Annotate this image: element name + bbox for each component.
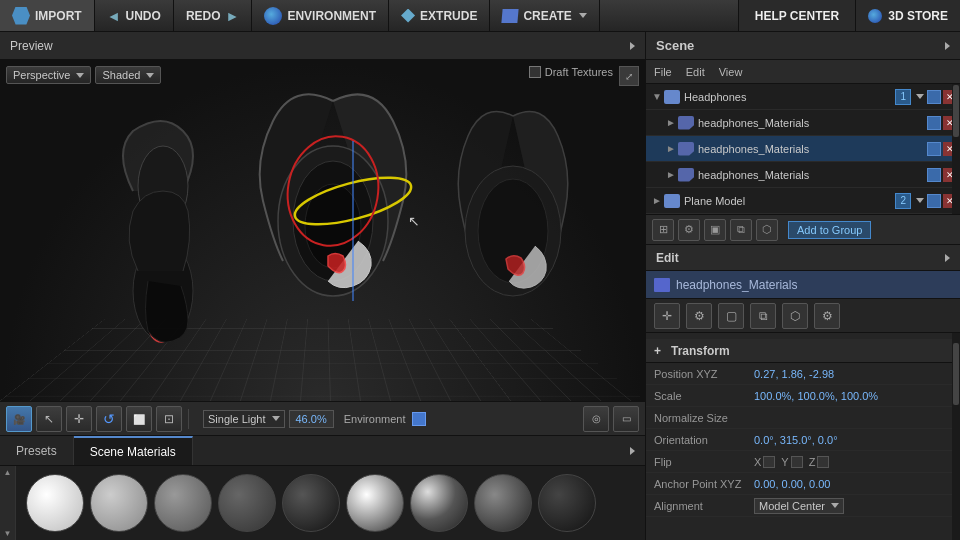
tree-arrow-mat2[interactable]: ► xyxy=(666,143,678,154)
material-sphere-darkgray[interactable] xyxy=(218,474,276,532)
redo-button[interactable]: REDO ► xyxy=(174,0,253,31)
material-sphere-9[interactable] xyxy=(538,474,596,532)
crop-icon xyxy=(164,412,174,426)
edit-expand-button[interactable] xyxy=(945,251,950,265)
scene-tool-frame[interactable]: ▣ xyxy=(704,219,726,241)
scene-tool-gear[interactable]: ⚙ xyxy=(678,219,700,241)
edit-tool-move[interactable]: ✛ xyxy=(654,303,680,329)
material-sphere-gray[interactable] xyxy=(154,474,212,532)
edit-tool-square[interactable]: ▢ xyxy=(718,303,744,329)
layers-icon: ⧉ xyxy=(737,223,745,236)
light-select[interactable]: Single Light xyxy=(203,410,285,428)
flip-z-button[interactable]: Z xyxy=(809,456,830,468)
prop-row-scale: Scale 100.0%, 100.0%, 100.0% xyxy=(646,385,960,407)
tree-vis-mat3[interactable] xyxy=(927,168,941,182)
scene-tool-shape[interactable]: ⬡ xyxy=(756,219,778,241)
scene-expand-button[interactable] xyxy=(945,39,950,53)
material-sphere-8[interactable] xyxy=(474,474,532,532)
help-center-button[interactable]: HELP CENTER xyxy=(738,0,855,31)
refresh-button[interactable] xyxy=(96,406,122,432)
scene-menu-file[interactable]: File xyxy=(654,66,672,78)
undo-icon: ◄ xyxy=(107,8,121,24)
create-dropdown-arrow xyxy=(579,13,587,18)
position-value[interactable]: 0.27, 1.86, -2.98 xyxy=(754,368,834,380)
flip-y-checkbox[interactable] xyxy=(791,456,803,468)
tree-row-mat3[interactable]: ► headphones_Materials ✕ xyxy=(646,162,960,188)
scene-tool-add[interactable]: ⊞ xyxy=(652,219,674,241)
orientation-value[interactable]: 0.0°, 315.0°, 0.0° xyxy=(754,434,838,446)
tree-row-headphones[interactable]: ▼ Headphones 1 ✕ xyxy=(646,84,960,110)
properties-scrollbar[interactable] xyxy=(952,333,960,540)
scene-menu-view[interactable]: View xyxy=(719,66,743,78)
scene-materials-tab[interactable]: Scene Materials xyxy=(74,436,193,465)
flip-x-checkbox[interactable] xyxy=(763,456,775,468)
tree-arrow-mat1[interactable]: ► xyxy=(666,117,678,128)
presets-tab[interactable]: Presets xyxy=(0,436,74,465)
frame-button[interactable] xyxy=(126,406,152,432)
mat-icon-1 xyxy=(678,116,694,130)
screenshot-button[interactable]: ▭ xyxy=(613,406,639,432)
add-to-group-button[interactable]: Add to Group xyxy=(788,221,871,239)
env-checkbox[interactable] xyxy=(412,412,426,426)
scroll-down-icon: ▼ xyxy=(4,529,12,538)
edit-tool-shape2[interactable]: ⬡ xyxy=(782,303,808,329)
scene-menu-edit[interactable]: Edit xyxy=(686,66,705,78)
scene-panel-header: Scene xyxy=(646,32,960,60)
environment-button[interactable]: ENVIRONMENT xyxy=(252,0,389,31)
camera-button[interactable] xyxy=(6,406,32,432)
tree-vis-plane[interactable] xyxy=(927,194,941,208)
scale-value[interactable]: 100.0%, 100.0%, 100.0% xyxy=(754,390,878,402)
viewport[interactable]: ↖ xyxy=(0,60,645,401)
bottom-tabs-expand[interactable] xyxy=(620,444,645,458)
tree-arrow-mat3[interactable]: ► xyxy=(666,169,678,180)
undo-button[interactable]: ◄ UNDO xyxy=(95,0,174,31)
transform-header: + Transform xyxy=(646,339,960,363)
env-label: Environment xyxy=(344,413,406,425)
bottom-scroll-bar[interactable]: ▲ ▼ xyxy=(0,466,16,540)
edit-tool-settings[interactable]: ⚙ xyxy=(814,303,840,329)
material-sphere-lightgray[interactable] xyxy=(90,474,148,532)
perspective-dropdown[interactable]: Perspective xyxy=(6,66,91,84)
material-sphere-shiny[interactable] xyxy=(346,474,404,532)
alignment-dropdown[interactable]: Model Center xyxy=(754,498,844,514)
shaded-dropdown[interactable]: Shaded xyxy=(95,66,161,84)
gear2-icon: ⚙ xyxy=(694,309,705,323)
normalize-label: Normalize Size xyxy=(654,412,754,424)
edit-panel-header: Edit xyxy=(646,245,960,271)
tree-row-mat1[interactable]: ► headphones_Materials ✕ xyxy=(646,110,960,136)
extrude-button[interactable]: EXTRUDE xyxy=(389,0,490,31)
crop-button[interactable] xyxy=(156,406,182,432)
create-button[interactable]: CREATE xyxy=(490,0,599,31)
flip-x-button[interactable]: X xyxy=(754,456,775,468)
tree-row-mat2[interactable]: ► headphones_Materials ✕ xyxy=(646,136,960,162)
tree-vis-mat1[interactable] xyxy=(927,116,941,130)
tree-row-plane[interactable]: ► Plane Model 2 ✕ xyxy=(646,188,960,214)
tree-arrow-plane[interactable]: ► xyxy=(652,195,664,206)
move-button[interactable] xyxy=(66,406,92,432)
expand-viewport-button[interactable]: ⤢ xyxy=(619,66,639,86)
mat-name-label: headphones_Materials xyxy=(676,278,797,292)
prop-row-alignment: Alignment Model Center xyxy=(646,495,960,517)
material-sphere-white[interactable] xyxy=(26,474,84,532)
shaded-arrow-icon xyxy=(146,73,154,78)
render-button[interactable]: ◎ xyxy=(583,406,609,432)
edit-tool-layers2[interactable]: ⧉ xyxy=(750,303,776,329)
draft-textures-checkbox[interactable] xyxy=(529,66,541,78)
edit-tool-gear2[interactable]: ⚙ xyxy=(686,303,712,329)
flip-y-button[interactable]: Y xyxy=(781,456,802,468)
tree-vis-headphones[interactable] xyxy=(927,90,941,104)
material-sphere-metal[interactable] xyxy=(410,474,468,532)
import-button[interactable]: IMPORT xyxy=(0,0,95,31)
store-button[interactable]: 3D STORE xyxy=(855,0,960,31)
bottom-tabs: Presets Scene Materials xyxy=(0,435,645,465)
select-button[interactable] xyxy=(36,406,62,432)
store-globe-icon xyxy=(868,9,882,23)
anchor-value[interactable]: 0.00, 0.00, 0.00 xyxy=(754,478,830,490)
preview-expand-button[interactable] xyxy=(630,39,635,53)
scene-scrollbar[interactable] xyxy=(952,84,960,214)
tree-vis-mat2[interactable] xyxy=(927,142,941,156)
scene-tool-layers[interactable]: ⧉ xyxy=(730,219,752,241)
flip-z-checkbox[interactable] xyxy=(817,456,829,468)
tree-arrow-headphones[interactable]: ▼ xyxy=(652,91,664,102)
material-sphere-black[interactable] xyxy=(282,474,340,532)
